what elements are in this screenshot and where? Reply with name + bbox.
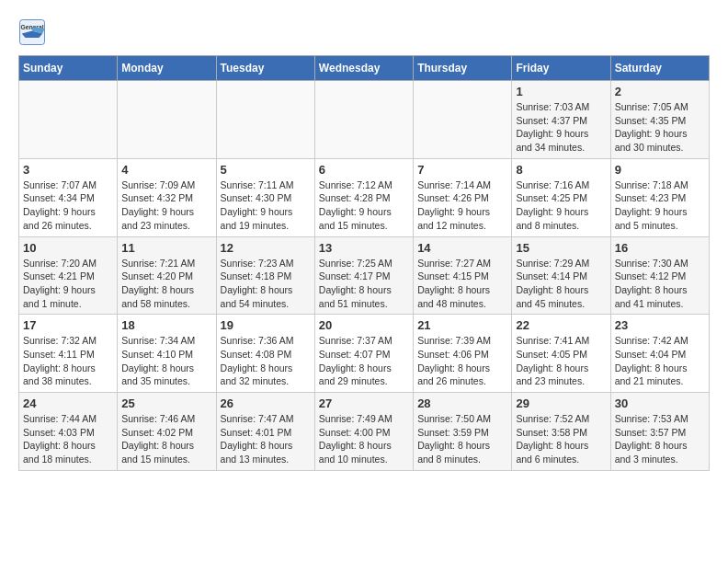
day-info: Sunrise: 7:49 AM Sunset: 4:00 PM Dayligh… xyxy=(319,412,409,466)
day-info: Sunrise: 7:11 AM Sunset: 4:30 PM Dayligh… xyxy=(221,178,311,233)
day-info: Sunrise: 7:30 AM Sunset: 4:12 PM Dayligh… xyxy=(615,257,705,311)
calendar-cell: 9Sunrise: 7:18 AM Sunset: 4:23 PM Daylig… xyxy=(610,158,709,236)
calendar-cell: 16Sunrise: 7:30 AM Sunset: 4:12 PM Dayli… xyxy=(610,236,709,315)
calendar-cell: 23Sunrise: 7:42 AM Sunset: 4:04 PM Dayli… xyxy=(610,315,709,393)
calendar-cell: 25Sunrise: 7:46 AM Sunset: 4:02 PM Dayli… xyxy=(118,393,216,471)
column-header-monday: Monday xyxy=(118,56,216,81)
day-info: Sunrise: 7:20 AM Sunset: 4:21 PM Dayligh… xyxy=(23,257,113,311)
header: General xyxy=(18,18,710,46)
day-info: Sunrise: 7:41 AM Sunset: 4:05 PM Dayligh… xyxy=(516,334,606,388)
calendar-cell: 29Sunrise: 7:52 AM Sunset: 3:58 PM Dayli… xyxy=(512,393,610,471)
day-number: 25 xyxy=(121,396,211,410)
calendar-cell: 2Sunrise: 7:05 AM Sunset: 4:35 PM Daylig… xyxy=(610,81,709,159)
day-number: 5 xyxy=(221,163,311,177)
day-number: 8 xyxy=(516,163,606,177)
calendar-cell xyxy=(118,81,216,159)
day-info: Sunrise: 7:32 AM Sunset: 4:11 PM Dayligh… xyxy=(23,334,113,388)
calendar-cell: 3Sunrise: 7:07 AM Sunset: 4:34 PM Daylig… xyxy=(19,158,118,236)
day-info: Sunrise: 7:37 AM Sunset: 4:07 PM Dayligh… xyxy=(319,334,409,388)
calendar-cell: 12Sunrise: 7:23 AM Sunset: 4:18 PM Dayli… xyxy=(216,236,314,315)
week-row-5: 24Sunrise: 7:44 AM Sunset: 4:03 PM Dayli… xyxy=(19,393,710,471)
week-row-3: 10Sunrise: 7:20 AM Sunset: 4:21 PM Dayli… xyxy=(19,236,710,315)
calendar-header: SundayMondayTuesdayWednesdayThursdayFrid… xyxy=(19,56,710,81)
column-header-friday: Friday xyxy=(512,56,610,81)
calendar-cell: 7Sunrise: 7:14 AM Sunset: 4:26 PM Daylig… xyxy=(414,158,512,236)
calendar-cell: 10Sunrise: 7:20 AM Sunset: 4:21 PM Dayli… xyxy=(19,236,118,315)
calendar-cell: 8Sunrise: 7:16 AM Sunset: 4:25 PM Daylig… xyxy=(512,158,610,236)
day-number: 1 xyxy=(516,85,606,98)
calendar-cell: 1Sunrise: 7:03 AM Sunset: 4:37 PM Daylig… xyxy=(512,81,610,159)
calendar-cell: 27Sunrise: 7:49 AM Sunset: 4:00 PM Dayli… xyxy=(314,393,413,471)
column-header-saturday: Saturday xyxy=(610,56,709,81)
column-header-wednesday: Wednesday xyxy=(314,56,413,81)
day-number: 22 xyxy=(516,318,606,332)
calendar-cell: 28Sunrise: 7:50 AM Sunset: 3:59 PM Dayli… xyxy=(414,393,512,471)
day-info: Sunrise: 7:29 AM Sunset: 4:14 PM Dayligh… xyxy=(516,257,606,311)
calendar-cell: 18Sunrise: 7:34 AM Sunset: 4:10 PM Dayli… xyxy=(118,315,216,393)
calendar-cell: 15Sunrise: 7:29 AM Sunset: 4:14 PM Dayli… xyxy=(512,236,610,315)
day-info: Sunrise: 7:47 AM Sunset: 4:01 PM Dayligh… xyxy=(221,412,311,466)
day-number: 10 xyxy=(23,241,113,255)
day-info: Sunrise: 7:53 AM Sunset: 3:57 PM Dayligh… xyxy=(615,412,705,466)
header-row: SundayMondayTuesdayWednesdayThursdayFrid… xyxy=(19,56,710,81)
day-number: 23 xyxy=(615,318,705,332)
logo: General xyxy=(18,18,50,46)
day-info: Sunrise: 7:25 AM Sunset: 4:17 PM Dayligh… xyxy=(319,257,409,311)
logo-icon: General xyxy=(18,18,46,46)
calendar-cell: 6Sunrise: 7:12 AM Sunset: 4:28 PM Daylig… xyxy=(314,158,413,236)
day-number: 2 xyxy=(615,85,705,98)
calendar-cell: 14Sunrise: 7:27 AM Sunset: 4:15 PM Dayli… xyxy=(414,236,512,315)
week-row-2: 3Sunrise: 7:07 AM Sunset: 4:34 PM Daylig… xyxy=(19,158,710,236)
day-info: Sunrise: 7:03 AM Sunset: 4:37 PM Dayligh… xyxy=(516,100,606,155)
day-number: 11 xyxy=(121,241,211,255)
day-info: Sunrise: 7:50 AM Sunset: 3:59 PM Dayligh… xyxy=(417,412,507,466)
day-number: 26 xyxy=(221,396,311,410)
calendar-cell: 22Sunrise: 7:41 AM Sunset: 4:05 PM Dayli… xyxy=(512,315,610,393)
column-header-sunday: Sunday xyxy=(19,56,118,81)
day-number: 9 xyxy=(615,163,705,177)
day-info: Sunrise: 7:39 AM Sunset: 4:06 PM Dayligh… xyxy=(417,334,507,388)
column-header-tuesday: Tuesday xyxy=(216,56,314,81)
day-number: 16 xyxy=(615,241,705,255)
calendar-cell: 21Sunrise: 7:39 AM Sunset: 4:06 PM Dayli… xyxy=(414,315,512,393)
column-header-thursday: Thursday xyxy=(414,56,512,81)
day-number: 21 xyxy=(417,318,507,332)
calendar-cell: 13Sunrise: 7:25 AM Sunset: 4:17 PM Dayli… xyxy=(314,236,413,315)
day-number: 17 xyxy=(23,318,113,332)
calendar-cell xyxy=(414,81,512,159)
day-info: Sunrise: 7:23 AM Sunset: 4:18 PM Dayligh… xyxy=(221,257,311,311)
day-number: 19 xyxy=(221,318,311,332)
day-number: 27 xyxy=(319,396,409,410)
day-number: 29 xyxy=(516,396,606,410)
day-number: 4 xyxy=(121,163,211,177)
day-info: Sunrise: 7:44 AM Sunset: 4:03 PM Dayligh… xyxy=(23,412,113,466)
calendar-cell: 17Sunrise: 7:32 AM Sunset: 4:11 PM Dayli… xyxy=(19,315,118,393)
day-info: Sunrise: 7:16 AM Sunset: 4:25 PM Dayligh… xyxy=(516,178,606,233)
day-info: Sunrise: 7:21 AM Sunset: 4:20 PM Dayligh… xyxy=(121,257,211,311)
week-row-1: 1Sunrise: 7:03 AM Sunset: 4:37 PM Daylig… xyxy=(19,81,710,159)
calendar-cell: 4Sunrise: 7:09 AM Sunset: 4:32 PM Daylig… xyxy=(118,158,216,236)
calendar-cell: 20Sunrise: 7:37 AM Sunset: 4:07 PM Dayli… xyxy=(314,315,413,393)
day-info: Sunrise: 7:18 AM Sunset: 4:23 PM Dayligh… xyxy=(615,178,705,233)
day-info: Sunrise: 7:09 AM Sunset: 4:32 PM Dayligh… xyxy=(121,178,211,233)
day-number: 6 xyxy=(319,163,409,177)
day-number: 15 xyxy=(516,241,606,255)
day-number: 18 xyxy=(121,318,211,332)
day-number: 24 xyxy=(23,396,113,410)
day-info: Sunrise: 7:27 AM Sunset: 4:15 PM Dayligh… xyxy=(417,257,507,311)
calendar-cell: 24Sunrise: 7:44 AM Sunset: 4:03 PM Dayli… xyxy=(19,393,118,471)
day-info: Sunrise: 7:52 AM Sunset: 3:58 PM Dayligh… xyxy=(516,412,606,466)
calendar-cell: 30Sunrise: 7:53 AM Sunset: 3:57 PM Dayli… xyxy=(610,393,709,471)
day-info: Sunrise: 7:05 AM Sunset: 4:35 PM Dayligh… xyxy=(615,100,705,155)
day-number: 3 xyxy=(23,163,113,177)
day-info: Sunrise: 7:42 AM Sunset: 4:04 PM Dayligh… xyxy=(615,334,705,388)
day-info: Sunrise: 7:34 AM Sunset: 4:10 PM Dayligh… xyxy=(121,334,211,388)
calendar-cell xyxy=(216,81,314,159)
calendar-body: 1Sunrise: 7:03 AM Sunset: 4:37 PM Daylig… xyxy=(19,81,710,471)
day-number: 20 xyxy=(319,318,409,332)
calendar-cell: 19Sunrise: 7:36 AM Sunset: 4:08 PM Dayli… xyxy=(216,315,314,393)
day-number: 14 xyxy=(417,241,507,255)
day-number: 28 xyxy=(417,396,507,410)
day-info: Sunrise: 7:46 AM Sunset: 4:02 PM Dayligh… xyxy=(121,412,211,466)
day-info: Sunrise: 7:12 AM Sunset: 4:28 PM Dayligh… xyxy=(319,178,409,233)
